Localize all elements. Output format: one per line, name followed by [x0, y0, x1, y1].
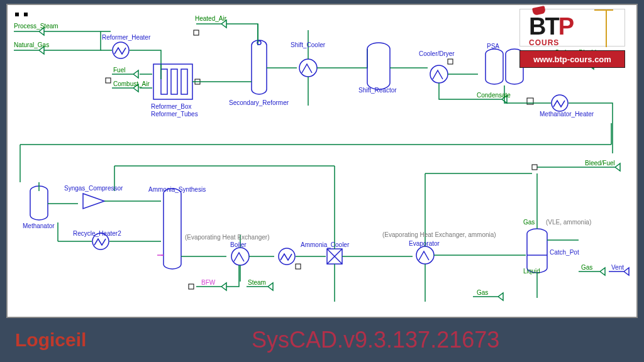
svg-rect-1	[194, 30, 199, 35]
svg-rect-23	[24, 13, 28, 16]
label-reformer-box: Reformer_Box	[151, 103, 191, 110]
svg-rect-2	[106, 78, 111, 83]
label-secondary-reformer: Secondary_Reformer	[229, 99, 289, 106]
svg-point-9	[299, 59, 317, 77]
svg-rect-14	[532, 165, 537, 170]
label-combust-air: Combust_Air	[113, 80, 150, 87]
label-reformer-tubes: Reformer_Tubes	[151, 111, 198, 118]
label-steam: Steam	[248, 279, 266, 286]
label-vent: Vent	[611, 264, 624, 271]
label-fuel: Fuel	[113, 67, 125, 74]
label-condensate: Condensate	[477, 92, 511, 99]
svg-point-13	[552, 95, 568, 111]
svg-rect-17	[189, 284, 194, 289]
label-vle-ammonia: (VLE, ammonia)	[546, 219, 591, 226]
svg-rect-6	[181, 69, 187, 94]
label-ammonia-cooler: Ammonia_Cooler	[301, 241, 349, 248]
label-boiler: Boiler	[230, 241, 247, 248]
label-recycle-heater2: Recycle_Heater2	[73, 230, 121, 237]
label-natural-gas: Natural_Gas	[14, 41, 49, 48]
label-ammonia-synthesis: Ammonia_Synthesis	[148, 186, 206, 193]
logo-url-bar: www.btp-cours.com	[519, 50, 625, 68]
crane-icon	[606, 9, 607, 47]
bottom-right-label: SysCAD.v9.3.137.21673	[252, 327, 499, 353]
label-methanator-heater: Methanator_Heater	[540, 111, 594, 118]
label-heated-air: Heated_Air	[195, 15, 226, 22]
app-frame: Process_Steam Natural_Gas Reformer_Heate…	[0, 0, 644, 362]
svg-rect-11	[448, 59, 453, 64]
label-methanator: Methanator	[23, 222, 55, 229]
bottom-left-label: Logiceil	[15, 329, 86, 351]
label-cooler-dryer: Cooler/Dryer	[419, 50, 455, 57]
svg-rect-19	[296, 264, 301, 269]
diagram-canvas[interactable]: Process_Steam Natural_Gas Reformer_Heate…	[6, 4, 638, 318]
label-liquid: Liquid	[523, 268, 540, 275]
logo-bg: BTP COURS	[519, 9, 625, 47]
label-process-steam: Process_Steam	[14, 23, 58, 30]
label-shift-cooler: Shift_Cooler	[291, 41, 325, 48]
label-evap-hx: (Evaporating Heat Exchanger)	[185, 234, 270, 241]
svg-rect-4	[161, 69, 167, 94]
logo-cours: COURS	[529, 38, 559, 47]
logo-bt: BT	[529, 13, 558, 40]
label-bleed-fuel: Bleed/Fuel	[585, 160, 615, 167]
svg-rect-22	[15, 13, 19, 16]
logo-btp-text: BTP	[529, 13, 573, 40]
label-evap-hx-ammonia: (Evaporating Heat Exchanger, ammonia)	[382, 231, 496, 238]
label-gas2: Gas	[581, 264, 592, 271]
svg-rect-5	[171, 69, 177, 94]
label-reformer-heater: Reformer_Heater	[102, 34, 150, 41]
svg-point-0	[113, 42, 129, 58]
logo-p: P	[558, 13, 573, 40]
label-shift-reactor: Shift_Reactor	[358, 87, 397, 94]
svg-point-18	[279, 248, 295, 265]
label-bfw: BFW	[201, 279, 215, 286]
label-gas: Gas	[523, 219, 535, 226]
logo-overlay: BTP COURS www.btp-cours.com	[518, 9, 625, 78]
svg-point-10	[430, 65, 448, 83]
label-psa: PSA	[487, 43, 499, 50]
svg-point-16	[231, 248, 249, 265]
label-catch-pot: Catch_Pot	[550, 249, 579, 256]
bottom-bar: Logiceil SysCAD.v9.3.137.21673	[0, 318, 644, 362]
label-gas3: Gas	[477, 289, 488, 296]
label-evaporator: Evaporator	[409, 240, 440, 247]
svg-point-21	[416, 246, 434, 264]
label-syngas-compressor: Syngas_Compressor	[64, 185, 123, 192]
